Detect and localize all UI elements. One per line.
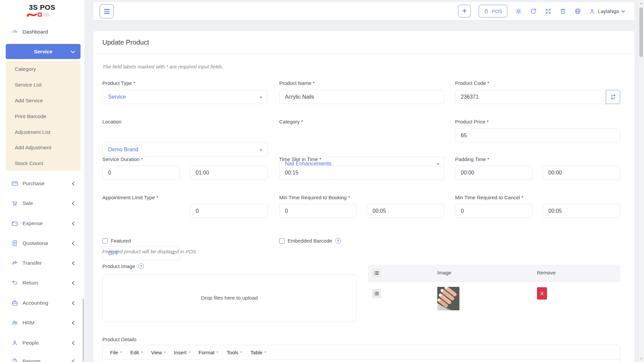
globe-icon[interactable] <box>574 8 581 15</box>
sidebar-item-service[interactable]: Service <box>6 44 81 59</box>
editor-menu-view[interactable]: View <box>147 347 170 357</box>
user-avatar-icon <box>589 8 595 14</box>
sidebar-item-people[interactable]: People <box>0 336 84 350</box>
submenu-item-service-list[interactable]: Service List <box>6 77 81 93</box>
embedded-barcode-checkbox[interactable] <box>279 238 285 244</box>
sidebar-item-dashboard[interactable]: Dashboard <box>0 25 84 39</box>
add-button[interactable]: + <box>458 5 471 17</box>
brightness-icon[interactable] <box>515 8 522 15</box>
service-duration-time-input[interactable] <box>190 166 267 180</box>
submenu-item-add-service[interactable]: Add Service <box>6 93 81 109</box>
refresh-icon[interactable] <box>530 8 537 15</box>
editor-menu-table[interactable]: Table <box>246 347 270 357</box>
credit-card-icon <box>11 180 18 187</box>
menu-caret-icon <box>216 352 218 353</box>
trash-icon[interactable] <box>559 8 566 15</box>
featured-note: Featured product will be displayed in PO… <box>102 249 196 254</box>
sidebar-item-transfer[interactable]: Transfer <box>0 256 84 270</box>
sidebar-item-hrm[interactable]: HRM <box>0 316 84 329</box>
product-price-input[interactable] <box>455 128 620 143</box>
chevron-left-icon <box>72 201 76 206</box>
sidebar-item-label: Return <box>22 280 38 286</box>
product-name-input[interactable] <box>279 90 444 104</box>
sidebar-item-purchase[interactable]: Purchase <box>0 177 84 190</box>
service-duration-label: Service Duration * <box>102 156 143 162</box>
editor-menu-edit[interactable]: Edit <box>126 347 147 357</box>
padding-time-after-input[interactable] <box>543 166 620 180</box>
featured-checkbox-row: Featured <box>102 238 131 244</box>
select-caret-icon <box>260 149 262 151</box>
fullscreen-icon[interactable] <box>545 8 552 15</box>
editor-menu-insert[interactable]: Insert <box>170 347 195 357</box>
padding-time-before-input[interactable] <box>455 166 533 180</box>
min-booking-days-input[interactable] <box>279 204 357 218</box>
sidebar-scrollbar[interactable] <box>83 299 84 362</box>
topbar: + POS <box>93 2 635 20</box>
min-cancel-days-input[interactable] <box>455 204 533 218</box>
bag-icon <box>484 8 489 14</box>
image-column-header: Image <box>437 270 451 275</box>
sidebar-item-accounting[interactable]: Accounting <box>0 296 84 310</box>
scroll-up-arrow[interactable]: ▲ <box>638 2 644 5</box>
appointment-limit-count-input[interactable] <box>190 204 267 218</box>
chevron-left-icon <box>72 321 76 325</box>
page-scrollbar[interactable]: ▲ ▼ <box>638 0 644 362</box>
chevron-left-icon <box>72 281 76 285</box>
location-label: Location <box>102 119 121 124</box>
sidebar-item-label: Purchase <box>22 180 44 187</box>
submenu-item-stock-count[interactable]: Stock Count <box>6 156 81 171</box>
chevron-left-icon <box>72 221 76 226</box>
username: LaylaNgo <box>598 8 619 14</box>
editor-menubar: File Edit View Insert Format Tools Table <box>103 345 620 359</box>
scrollbar-thumb[interactable] <box>639 7 643 57</box>
featured-checkbox[interactable] <box>102 238 108 244</box>
list-handle-icon[interactable] <box>372 268 381 278</box>
regenerate-code-button[interactable] <box>606 90 620 104</box>
cart-icon <box>11 200 18 207</box>
sidebar-item-sale[interactable]: Sale <box>0 197 84 210</box>
submenu-item-category[interactable]: Category <box>6 61 81 77</box>
select-caret-icon <box>437 163 439 165</box>
sidebar-item-label: Service <box>34 49 52 55</box>
submenu-item-adjustment-list[interactable]: Adjustment List <box>6 124 81 140</box>
drag-handle-icon[interactable] <box>372 289 381 298</box>
appointment-limit-label: Appointment Limit Type * <box>102 195 158 200</box>
sidebar-item-reports[interactable]: Reports <box>0 355 84 362</box>
editor-menu-file[interactable]: File <box>106 347 126 357</box>
file-dropzone[interactable]: Drop files here to upload <box>102 274 356 321</box>
scroll-down-arrow[interactable]: ▼ <box>638 357 644 360</box>
user-icon <box>11 340 18 346</box>
min-cancel-time-input[interactable] <box>543 204 620 218</box>
remove-column-header: Remove <box>537 270 556 275</box>
submenu-item-add-adjustment[interactable]: Add Adjustment <box>6 140 81 156</box>
location-select[interactable]: Demo Brand <box>102 143 267 157</box>
min-booking-time-input[interactable] <box>367 204 444 218</box>
submenu-item-print-barcode[interactable]: Print Barcode <box>6 108 81 124</box>
product-type-select[interactable]: Service <box>102 90 267 104</box>
user-menu[interactable]: LaylaNgo <box>589 8 625 14</box>
category-label: Category * <box>279 119 303 124</box>
product-code-input[interactable] <box>455 90 606 104</box>
product-code-label: Product Code * <box>455 80 489 86</box>
editor-menu-tools[interactable]: Tools <box>222 347 246 357</box>
brand-logo: 3S POS <box>0 3 84 19</box>
sidebar-item-label: Reports <box>22 358 41 362</box>
sidebar-item-expense[interactable]: Expense <box>0 217 84 230</box>
editor-menu-format[interactable]: Format <box>195 347 223 357</box>
menu-toggle-button[interactable] <box>100 4 114 18</box>
return-arrow-icon <box>11 279 18 286</box>
help-icon[interactable]: ? <box>335 238 341 244</box>
sidebar: 3S POS Dashboa <box>0 0 84 362</box>
remove-image-button[interactable]: X <box>537 287 547 300</box>
sidebar-item-quotationa[interactable]: Quotationa <box>0 237 84 250</box>
help-icon[interactable]: ? <box>138 263 144 269</box>
featured-label: Featured <box>111 238 131 244</box>
pos-button[interactable]: POS <box>479 5 507 17</box>
time-slot-input[interactable] <box>279 166 444 180</box>
brand-logo-text: 3S POS <box>0 3 84 11</box>
service-submenu: Category Service List Add Service Print … <box>6 61 81 171</box>
sidebar-item-return[interactable]: Return <box>0 276 84 290</box>
report-icon <box>11 358 18 362</box>
service-duration-hours-input[interactable] <box>102 166 180 180</box>
dropzone-text: Drop files here to upload <box>201 295 258 301</box>
